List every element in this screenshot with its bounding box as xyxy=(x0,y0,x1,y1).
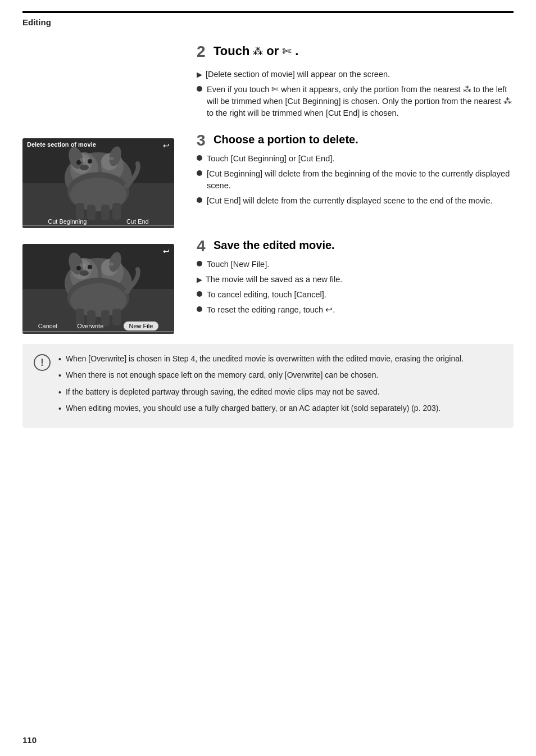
step2-title-row: 2 Touch ⁂ or ✄ . xyxy=(197,44,514,64)
step4-number: 4 xyxy=(197,238,209,254)
page-container: Editing 2 Touch ⁂ or ✄ . ▶ [Delete secti… xyxy=(0,0,536,756)
note-text-1: When [Overwrite] is chosen in Step 4, th… xyxy=(66,353,464,364)
step3-title: Choose a portion to delete. xyxy=(214,133,358,146)
svg-point-31 xyxy=(76,266,81,270)
step2-number: 2 xyxy=(197,44,209,60)
arrow-icon-1: ▶ xyxy=(197,70,202,80)
page-number: 110 xyxy=(22,735,37,745)
step3-row: Delete section of movie ↩ Cut Beginning … xyxy=(22,133,514,228)
circle-icon-6 xyxy=(197,291,202,297)
step2-content: 2 Touch ⁂ or ✄ . ▶ [Delete section of mo… xyxy=(197,44,514,123)
overwrite-btn[interactable]: Overwrite xyxy=(77,323,103,329)
note-list: • When [Overwrite] is chosen in Step 4, … xyxy=(58,353,502,414)
step2-bullet-2-text: Even if you touch ✄ when it appears, onl… xyxy=(207,84,514,119)
step4-bullet-1: Touch [New File]. xyxy=(197,259,514,270)
svg-point-40 xyxy=(80,263,87,268)
step2-icon2: ✄ xyxy=(282,44,292,58)
step4-screen-bottom: Cancel Overwrite New File xyxy=(22,331,174,334)
dog-scene-svg xyxy=(22,138,174,228)
svg-point-20 xyxy=(108,157,114,160)
step2-icon1: ⁂ xyxy=(253,45,263,57)
screen-divider xyxy=(22,225,174,226)
top-border xyxy=(22,11,514,13)
step4-bullet-3: To cancel editing, touch [Cancel]. xyxy=(197,289,514,301)
step2-bullet-2: Even if you touch ✄ when it appears, onl… xyxy=(197,84,514,119)
new-file-btn[interactable]: New File xyxy=(124,322,159,331)
step4-bullet-1-text: Touch [New File]. xyxy=(207,259,269,270)
circle-icon-2 xyxy=(197,155,202,161)
cut-end-btn[interactable]: Cut End xyxy=(126,218,149,225)
note-content: • When [Overwrite] is chosen in Step 4, … xyxy=(58,353,502,419)
step4-bullet-4-text: To reset the editing range, touch ↩. xyxy=(207,304,335,316)
editing-label: Editing xyxy=(22,17,514,27)
screen-buttons: Cut Beginning Cut End xyxy=(22,218,174,225)
step4-left: ↩ Cancel Overwrite New File xyxy=(22,238,197,334)
step4-camera-screen: ↩ Cancel Overwrite New File xyxy=(22,244,174,334)
step2-touch-label: Touch xyxy=(214,44,249,58)
step3-content: 3 Choose a portion to delete. Touch [Cut… xyxy=(197,133,514,210)
step4-title: Save the edited movie. xyxy=(214,238,335,252)
svg-point-19 xyxy=(80,157,87,162)
circle-icon-4 xyxy=(197,197,202,203)
cut-beginning-btn[interactable]: Cut Beginning xyxy=(48,218,87,225)
screen-divider-2 xyxy=(22,331,174,332)
svg-point-32 xyxy=(88,265,92,269)
cancel-btn[interactable]: Cancel xyxy=(38,323,57,329)
note-box: ! • When [Overwrite] is chosen in Step 4… xyxy=(22,344,514,428)
note-item-2: • When there is not enough space left on… xyxy=(58,369,502,381)
arrow-icon-2: ▶ xyxy=(197,275,202,286)
screen-bottom-bar: Cut Beginning Cut End xyxy=(22,225,174,228)
note-bullet-2: • xyxy=(58,370,61,381)
note-bullet-3: • xyxy=(58,387,61,398)
screen-undo-icon: ↩ xyxy=(163,141,170,150)
circle-icon-7 xyxy=(197,306,202,312)
step4-bullet-4: To reset the editing range, touch ↩. xyxy=(197,304,514,316)
step2-bullet-1-text: [Delete section of movie] will appear on… xyxy=(206,69,390,80)
step2-or-label: or xyxy=(266,44,279,58)
step3-bullet-3-text: [Cut End] will delete from the currently… xyxy=(207,195,493,207)
circle-icon-1 xyxy=(197,86,202,92)
step4-content: 4 Save the edited movie. Touch [New File… xyxy=(197,238,514,319)
step2-bullets: ▶ [Delete section of movie] will appear … xyxy=(197,69,514,119)
svg-point-11 xyxy=(88,159,92,164)
warning-icon: ! xyxy=(34,354,51,371)
step4-bullets: Touch [New File]. ▶ The movie will be sa… xyxy=(197,259,514,316)
svg-point-33 xyxy=(80,270,89,276)
step3-left: Delete section of movie ↩ Cut Beginning … xyxy=(22,133,197,228)
svg-point-12 xyxy=(80,165,89,170)
note-item-4: • When editing movies, you should use a … xyxy=(58,402,502,414)
note-text-3: If the battery is depleted partway throu… xyxy=(66,386,380,397)
step3-title-row: 3 Choose a portion to delete. xyxy=(197,133,514,148)
step3-camera-screen: Delete section of movie ↩ Cut Beginning … xyxy=(22,138,174,228)
screen-delete-label: Delete section of movie xyxy=(27,141,96,148)
step3-bullets: Touch [Cut Beginning] or [Cut End]. [Cut… xyxy=(197,153,514,207)
step4-title-row: 4 Save the edited movie. xyxy=(197,238,514,254)
note-item-1: • When [Overwrite] is chosen in Step 4, … xyxy=(58,353,502,365)
svg-point-10 xyxy=(76,160,81,165)
circle-icon-5 xyxy=(197,261,202,266)
step3-bullet-3: [Cut End] will delete from the currently… xyxy=(197,195,514,207)
step4-bullet-2-text: The movie will be saved as a new file. xyxy=(206,274,342,286)
step3-bullet-2: [Cut Beginning] will delete from the beg… xyxy=(197,168,514,192)
step4-bullet-3-text: To cancel editing, touch [Cancel]. xyxy=(207,289,326,301)
screen-undo-icon-2: ↩ xyxy=(163,247,170,256)
circle-icon-3 xyxy=(197,170,202,176)
svg-rect-18 xyxy=(112,203,121,220)
step4-row: ↩ Cancel Overwrite New File 4 Save the e… xyxy=(22,238,514,334)
step3-number: 3 xyxy=(197,133,209,148)
step4-screen-buttons: Cancel Overwrite New File xyxy=(22,322,174,331)
step2-row: 2 Touch ⁂ or ✄ . ▶ [Delete section of mo… xyxy=(22,44,514,123)
note-item-3: • If the battery is depleted partway thr… xyxy=(58,386,502,398)
step3-bullet-1-text: Touch [Cut Beginning] or [Cut End]. xyxy=(207,153,334,165)
note-bullet-4: • xyxy=(58,403,61,414)
step3-bullet-2-text: [Cut Beginning] will delete from the beg… xyxy=(207,168,514,192)
step2-title: Touch ⁂ or ✄ . xyxy=(214,44,298,58)
dog-scene-svg-2 xyxy=(22,244,174,334)
note-bullet-1: • xyxy=(58,354,61,365)
step2-bullet-1: ▶ [Delete section of movie] will appear … xyxy=(197,69,514,80)
svg-point-41 xyxy=(108,262,114,266)
step3-bullet-1: Touch [Cut Beginning] or [Cut End]. xyxy=(197,153,514,165)
note-text-4: When editing movies, you should use a fu… xyxy=(66,402,440,414)
step2-period: . xyxy=(295,44,298,58)
note-text-2: When there is not enough space left on t… xyxy=(66,369,378,381)
